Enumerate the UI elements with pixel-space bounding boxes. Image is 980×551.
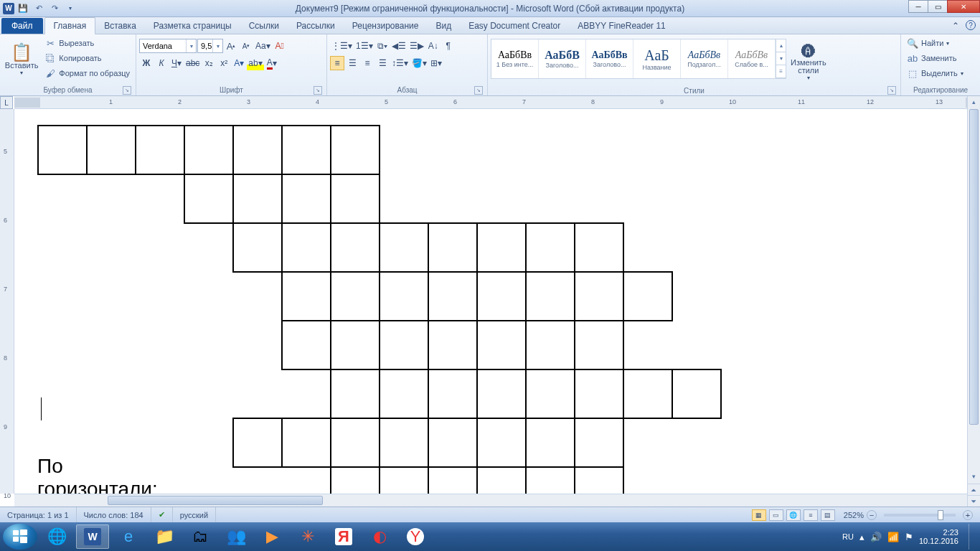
crossword-cell[interactable]: [232, 125, 283, 175]
crossword-cell[interactable]: [330, 369, 380, 419]
doc-heading[interactable]: По горизонтали:: [37, 455, 158, 494]
crossword-cell[interactable]: [525, 466, 575, 494]
crossword-cell[interactable]: [525, 320, 575, 370]
crossword-cell[interactable]: [232, 174, 283, 224]
tab-insert[interactable]: Вставка: [95, 18, 145, 34]
status-page[interactable]: Страница: 1 из 1: [0, 507, 77, 522]
crossword-cell[interactable]: [281, 320, 331, 370]
font-color-button[interactable]: A▾: [265, 56, 279, 70]
tab-abbyy[interactable]: ABBYY FineReader 11: [569, 18, 674, 34]
crossword-cell[interactable]: [525, 271, 575, 321]
decrease-indent-button[interactable]: ◀☰: [390, 39, 407, 53]
crossword-cell[interactable]: [476, 418, 527, 468]
view-web-button[interactable]: 🌐: [786, 509, 801, 521]
zoom-value[interactable]: 252%: [844, 511, 864, 519]
scroll-down-icon[interactable]: ▾: [968, 471, 980, 482]
zoom-slider[interactable]: [884, 514, 956, 517]
crossword-cell[interactable]: [379, 466, 429, 494]
italic-button[interactable]: К: [154, 56, 169, 70]
increase-indent-button[interactable]: ☰▶: [408, 39, 425, 53]
crossword-cell[interactable]: [428, 369, 478, 419]
crossword-cell[interactable]: [281, 222, 331, 273]
crossword-cell[interactable]: [476, 369, 527, 419]
crossword-cell[interactable]: [574, 222, 624, 273]
tray-action-icon[interactable]: ⚑: [905, 532, 913, 542]
show-marks-button[interactable]: ¶: [441, 39, 456, 53]
taskbar-chrome[interactable]: 🌐: [40, 524, 73, 549]
style-item-0[interactable]: АаБбВв1 Без инте...: [491, 39, 539, 78]
scroll-thumb-v[interactable]: [969, 109, 979, 425]
change-case-button[interactable]: Aa▾: [254, 39, 272, 53]
align-right-button[interactable]: ≡: [360, 56, 374, 70]
vertical-ruler[interactable]: 5678910: [0, 109, 14, 494]
underline-button[interactable]: Ч▾: [169, 56, 184, 70]
paste-button[interactable]: 📋 Вставить ▾: [3, 36, 40, 83]
tab-easy-doc[interactable]: Easy Document Creator: [460, 18, 569, 34]
crossword-cell[interactable]: [525, 369, 575, 419]
tab-references[interactable]: Ссылки: [240, 18, 288, 34]
zoom-in-button[interactable]: +: [963, 510, 973, 520]
crossword-cell[interactable]: [623, 271, 673, 321]
crossword-cell[interactable]: [232, 418, 283, 468]
crossword-cell[interactable]: [379, 271, 429, 321]
align-center-button[interactable]: ☰: [345, 56, 359, 70]
gallery-down-icon[interactable]: ▾: [776, 52, 786, 65]
document-area[interactable]: По горизонтали:: [14, 109, 966, 494]
zoom-knob[interactable]: [938, 510, 943, 520]
styles-gallery[interactable]: АаБбВв1 Без инте... АаБбВЗаголово... АаБ…: [491, 39, 786, 79]
text-effects-button[interactable]: A▾: [232, 56, 246, 70]
scroll-thumb-h[interactable]: [108, 496, 323, 505]
crossword-cell[interactable]: [525, 418, 575, 468]
status-proofing[interactable]: ✔: [151, 507, 173, 522]
next-page-icon[interactable]: ⏷: [968, 495, 980, 507]
tray-flag-icon[interactable]: ▴: [859, 532, 864, 542]
bullets-button[interactable]: ⋮☰▾: [330, 39, 354, 53]
qat-customize-icon[interactable]: ▾: [63, 1, 77, 16]
shrink-font-button[interactable]: A▾: [239, 39, 253, 53]
scroll-up-icon[interactable]: ▴: [968, 96, 980, 108]
crossword-cell[interactable]: [184, 125, 234, 175]
gallery-up-icon[interactable]: ▴: [776, 39, 786, 52]
crossword-cell[interactable]: [232, 222, 283, 273]
crossword-cell[interactable]: [476, 320, 527, 370]
start-button[interactable]: [3, 524, 37, 550]
taskbar-app-2[interactable]: 👥: [220, 524, 253, 549]
taskbar-yandex-browser[interactable]: Y: [399, 524, 432, 549]
help-icon[interactable]: ?: [966, 20, 976, 30]
style-item-4[interactable]: АаБбВвПодзагол...: [681, 39, 728, 78]
tab-home[interactable]: Главная: [44, 17, 96, 34]
align-left-button[interactable]: ≡: [330, 56, 344, 70]
view-draft-button[interactable]: ▤: [821, 509, 835, 521]
maximize-button[interactable]: ▭: [928, 0, 948, 13]
crossword-cell[interactable]: [330, 271, 380, 321]
replace-button[interactable]: abЗаменить: [904, 51, 966, 65]
multilevel-list-button[interactable]: ⧉▾: [375, 39, 390, 53]
close-button[interactable]: ✕: [947, 0, 980, 13]
zoom-out-button[interactable]: −: [867, 510, 877, 520]
status-word-count[interactable]: Число слов: 184: [77, 507, 151, 522]
prev-page-icon[interactable]: ⏶: [968, 484, 980, 495]
crossword-cell[interactable]: [135, 125, 185, 175]
crossword-cell[interactable]: [428, 222, 478, 273]
crossword-cell[interactable]: [428, 466, 478, 494]
superscript-button[interactable]: x²: [217, 56, 231, 70]
taskbar-abbyy[interactable]: ◐: [363, 524, 396, 549]
crossword-cell[interactable]: [281, 174, 331, 224]
style-item-5[interactable]: АаБбВвСлабое в...: [728, 39, 776, 78]
style-item-3[interactable]: АаБНазвание: [633, 39, 681, 78]
view-outline-button[interactable]: ≡: [804, 509, 818, 521]
taskbar-ie[interactable]: e: [112, 524, 145, 549]
sort-button[interactable]: A↓: [426, 39, 440, 53]
crossword-cell[interactable]: [281, 271, 331, 321]
view-print-layout-button[interactable]: ▦: [752, 509, 766, 521]
borders-button[interactable]: ⊞▾: [429, 56, 443, 70]
ribbon-minimize-icon[interactable]: ⌃: [950, 20, 961, 32]
app-icon[interactable]: W: [3, 3, 14, 14]
format-painter-button[interactable]: 🖌Формат по образцу: [42, 66, 133, 80]
crossword-cell[interactable]: [379, 418, 429, 468]
horizontal-scrollbar[interactable]: [14, 494, 967, 507]
taskbar-app-1[interactable]: 🗂: [184, 524, 217, 549]
crossword-cell[interactable]: [330, 466, 380, 494]
crossword-cell[interactable]: [476, 222, 527, 273]
view-full-screen-button[interactable]: ▭: [769, 509, 783, 521]
